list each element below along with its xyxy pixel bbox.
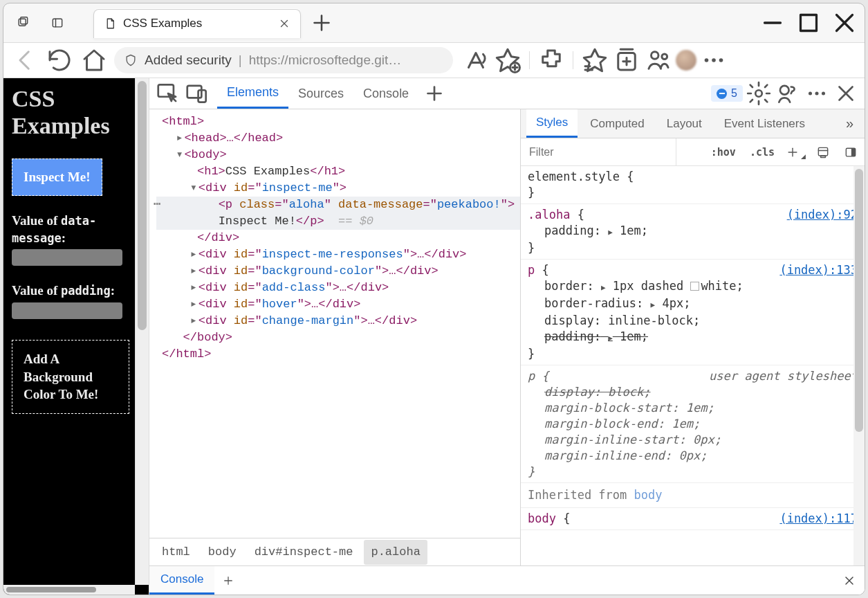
tab-layout[interactable]: Layout [657,109,712,138]
svg-marker-17 [584,49,606,71]
drawer-tab-console[interactable]: Console [149,566,214,595]
inspect-element-icon[interactable] [155,81,181,106]
titlebar: CSS Examples [3,3,865,42]
extensions-icon[interactable] [537,46,566,75]
styles-list[interactable]: element.style { } .aloha {(index):92 pad… [521,166,865,565]
label-data-message: Value of data-message: [12,212,140,246]
tab-computed[interactable]: Computed [580,109,654,138]
url-text: https://microsoftedge.git… [249,53,402,68]
tab-actions-icon[interactable] [42,9,73,37]
cls-toggle[interactable]: .cls [743,138,782,165]
dom-breadcrumbs: html body div#inspect-me p.aloha [149,538,520,565]
favorites-list-icon[interactable] [580,46,609,75]
svg-point-37 [780,86,789,95]
window-controls [757,9,860,37]
collections-icon[interactable] [612,46,641,75]
browser-tab[interactable]: CSS Examples [93,9,301,38]
back-button[interactable] [10,46,39,75]
inspect-me-box[interactable]: Inspect Me! [12,158,102,196]
page-heading: CSS Examples [12,85,140,139]
svg-rect-30 [187,86,202,98]
devtools-more-icon[interactable] [804,81,830,106]
maximize-button[interactable] [793,9,824,37]
dom-tree-pane: <html> <head>…</head> <body> <h1>CSS Exa… [149,109,520,565]
devtools-toolbar: Elements Sources Console 5 [149,78,865,109]
more-icon[interactable] [699,46,728,75]
crumb-p[interactable]: p.aloha [364,540,427,565]
feedback-icon[interactable] [775,81,801,106]
crumb-html[interactable]: html [155,540,197,565]
styles-tabs: Styles Computed Layout Event Listeners » [521,109,865,138]
add-background-box[interactable]: Add A Background Color To Me! [12,340,129,414]
label-padding: Value of padding: [12,282,140,300]
tab-title: CSS Examples [123,17,271,30]
svg-point-24 [652,52,659,60]
drawer-close-icon[interactable] [834,566,865,595]
window-close-button[interactable] [829,9,860,37]
svg-point-40 [822,91,825,95]
svg-point-36 [755,90,762,97]
refresh-button[interactable] [45,46,74,75]
edge-account-icon[interactable] [644,46,673,75]
address-bar[interactable]: Added security | https://microsoftedge.g… [114,47,453,73]
profile-avatar[interactable] [676,50,696,71]
inherited-from-label: Inherited from body [521,483,865,508]
crumb-body[interactable]: body [201,540,243,565]
toggle-sidebar-icon[interactable] [837,145,865,159]
styles-filter-input[interactable] [521,138,676,165]
close-tab-icon[interactable] [278,17,290,30]
data-message-field[interactable] [12,249,122,266]
svg-point-28 [719,58,723,62]
settings-icon[interactable] [746,81,772,106]
tab-styles[interactable]: Styles [526,109,578,138]
issues-button[interactable]: 5 [711,85,743,102]
drawer-add-tab-icon[interactable] [214,566,242,595]
toolbar: Added security | https://microsoftedge.g… [3,42,865,78]
svg-point-38 [809,91,812,95]
workspaces-icon[interactable] [8,9,38,37]
read-aloud-icon[interactable] [461,46,490,75]
styles-more-tabs-icon[interactable]: » [840,116,859,132]
source-link[interactable]: (index):133 [779,262,858,278]
issues-dot-icon [717,89,727,99]
devtools-close-icon[interactable] [833,81,859,106]
scrollbar-vertical[interactable] [135,78,149,585]
source-link[interactable]: (index):92 [787,207,858,223]
svg-rect-47 [821,156,826,158]
new-tab-button[interactable] [309,10,334,35]
minimize-button[interactable] [757,9,788,37]
styles-pane: Styles Computed Layout Event Listeners »… [520,109,865,565]
dom-tree[interactable]: <html> <head>…</head> <body> <h1>CSS Exa… [149,109,520,538]
padding-field[interactable] [12,302,122,319]
styles-scrollbar[interactable] [853,166,865,565]
home-button[interactable] [80,46,109,75]
tab-sources[interactable]: Sources [288,78,353,109]
devtools-drawer: Console [149,565,865,595]
favorite-icon[interactable] [493,46,522,75]
tab-event-listeners[interactable]: Event Listeners [714,109,815,138]
svg-point-27 [712,58,716,62]
scrollbar-horizontal[interactable] [3,585,135,595]
more-tabs-button[interactable] [421,81,447,106]
svg-rect-9 [801,15,817,31]
content-area: CSS Examples Inspect Me! Value of data-m… [3,78,865,595]
webpage-pane: CSS Examples Inspect Me! Value of data-m… [3,78,149,595]
device-toolbar-icon[interactable] [184,81,210,106]
tab-elements[interactable]: Elements [217,78,288,109]
browser-window: CSS Examples Added security | https://mi… [3,3,865,595]
tab-console[interactable]: Console [353,78,418,109]
hov-toggle[interactable]: :hov [704,138,743,165]
shield-icon [124,53,138,67]
svg-rect-0 [19,19,26,26]
svg-point-39 [815,91,818,95]
computed-styles-icon[interactable] [809,145,837,159]
styles-toolbar: :hov .cls ◢ [521,138,865,166]
svg-point-25 [662,54,667,60]
crumb-div[interactable]: div#inspect-me [248,540,360,565]
security-label: Added security [145,53,232,68]
svg-rect-45 [818,147,827,156]
svg-rect-2 [53,19,62,27]
new-style-rule-icon[interactable]: ◢ [782,145,809,159]
svg-rect-1 [21,17,28,24]
source-link[interactable]: (index):117 [779,511,858,527]
